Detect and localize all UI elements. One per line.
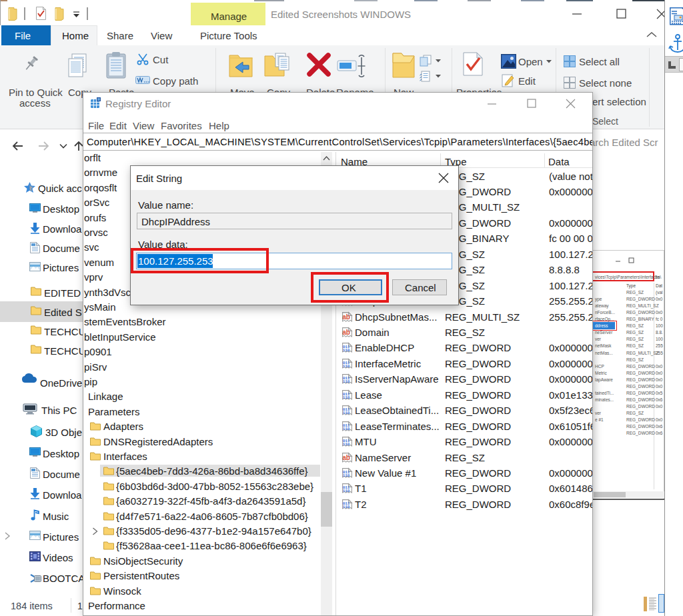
svg-text:110: 110: [343, 489, 350, 493]
svg-text:110: 110: [343, 442, 350, 447]
svg-text:110: 110: [343, 379, 350, 384]
svg-text:110: 110: [343, 505, 350, 509]
svg-text:ab: ab: [342, 329, 350, 336]
svg-text:ab: ab: [342, 313, 350, 321]
svg-text:110: 110: [343, 411, 350, 415]
svg-text:110: 110: [343, 364, 350, 369]
svg-text:110: 110: [343, 427, 350, 431]
svg-text:110: 110: [343, 348, 350, 353]
svg-text:110: 110: [343, 473, 350, 478]
svg-text:ab: ab: [342, 454, 350, 461]
svg-text:110: 110: [343, 395, 350, 400]
